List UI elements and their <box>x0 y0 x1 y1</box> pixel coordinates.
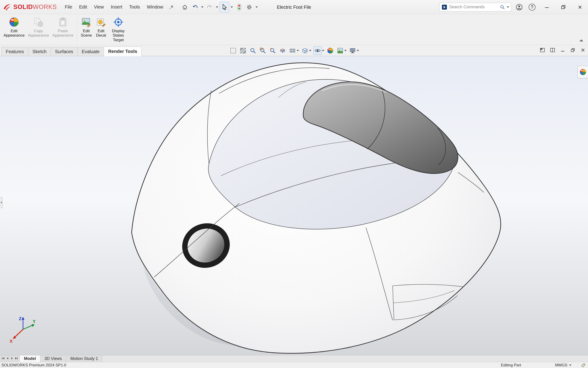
copy-appearance-label: Copy Appearance <box>27 29 50 38</box>
triad-x-label: X <box>10 339 13 344</box>
float-window-icon <box>540 47 545 53</box>
undo-button[interactable] <box>190 2 200 12</box>
tile-window-icon <box>550 47 555 53</box>
tile-window-button[interactable] <box>550 47 555 54</box>
editing-mode-text: Editing Part <box>501 363 521 368</box>
prev-tab-button[interactable] <box>6 356 9 361</box>
view-orientation-icon <box>302 47 308 54</box>
quick-tips-icon[interactable] <box>581 363 586 368</box>
document-window-controls <box>540 47 586 54</box>
edit-scene-button[interactable]: Edit Scene <box>79 16 94 44</box>
doc-close-button[interactable] <box>580 47 586 54</box>
last-tab-button[interactable] <box>15 356 18 361</box>
window-close-button[interactable]: × <box>573 2 587 13</box>
solidworks-wordmark: SOLIDWORKS <box>13 3 57 10</box>
home-button[interactable] <box>180 2 190 12</box>
select-tool-button[interactable] <box>220 2 229 12</box>
tab-sketch[interactable]: Sketch <box>28 47 51 56</box>
camera-view-chevron-icon[interactable] <box>297 50 299 51</box>
doc-tab-motion-study-1[interactable]: Motion Study 1 <box>66 355 102 362</box>
redo-dropdown-chevron-icon[interactable] <box>215 2 219 12</box>
foot-file-model[interactable] <box>0 56 588 355</box>
tab-features[interactable]: Features <box>1 47 28 56</box>
previous-view-button[interactable] <box>269 46 277 55</box>
appearance-sphere-icon <box>9 17 19 27</box>
render-region-button[interactable] <box>239 46 247 55</box>
help-button[interactable]: ? <box>527 2 537 12</box>
selection-filter-icon[interactable] <box>234 2 244 12</box>
feature-pane-collapse-handle[interactable] <box>0 197 2 208</box>
command-tabs: Features Sketch Surfaces Evaluate Render… <box>1 46 141 56</box>
menu-tools[interactable]: Tools <box>126 0 143 14</box>
doc-tab-model[interactable]: Model <box>20 355 40 362</box>
camera-view-button[interactable] <box>289 46 296 55</box>
doc-restore-button[interactable] <box>570 47 576 54</box>
hide-show-items-chevron-icon[interactable] <box>322 50 324 51</box>
section-view-icon <box>279 47 286 54</box>
view-settings-chevron-icon[interactable] <box>357 50 359 51</box>
first-tab-button[interactable] <box>1 356 5 361</box>
display-states-target-icon <box>113 17 123 27</box>
search-dropdown-chevron-icon[interactable] <box>507 6 509 8</box>
render-region-icon <box>240 47 246 54</box>
preview-window-icon <box>230 47 236 54</box>
zoom-to-fit-icon <box>250 47 256 54</box>
paste-appearance-button[interactable]: Paste Appearance <box>51 16 75 44</box>
window-minimize-button[interactable]: – <box>540 2 553 13</box>
tab-evaluate[interactable]: Evaluate <box>77 47 104 56</box>
view-settings-button[interactable] <box>349 46 357 55</box>
doc-minimize-button[interactable] <box>560 47 565 54</box>
document-tab-bar: Model 3D Views Motion Study 1 <box>0 355 588 362</box>
collapse-left-icon <box>0 201 2 204</box>
menu-insert[interactable]: Insert <box>107 0 126 14</box>
doc-minimize-icon <box>560 47 565 53</box>
edit-decal-button[interactable]: Edit Decal <box>94 16 108 44</box>
search-input[interactable] <box>449 5 498 9</box>
preview-window-button[interactable] <box>229 46 237 55</box>
hide-show-items-button[interactable] <box>313 46 322 55</box>
select-dropdown-chevron-icon[interactable] <box>230 2 234 12</box>
pin-menu-icon[interactable] <box>167 2 176 12</box>
view-orientation-button[interactable] <box>301 46 309 55</box>
edit-decal-label: Edit Decal <box>95 29 108 38</box>
unit-system-label: MMGS <box>555 363 567 368</box>
section-view-button[interactable] <box>279 46 286 55</box>
copy-appearance-button[interactable]: Copy Appearance <box>26 16 51 44</box>
menu-view[interactable]: View <box>91 0 107 14</box>
options-dropdown-chevron-icon[interactable] <box>255 2 259 12</box>
float-window-button[interactable] <box>540 47 545 54</box>
zoom-to-area-button[interactable] <box>259 46 267 55</box>
eye-icon <box>314 47 321 54</box>
apply-scene-chevron-icon[interactable] <box>344 50 347 51</box>
view-orientation-chevron-icon[interactable] <box>309 50 311 51</box>
apply-scene-button[interactable] <box>336 46 344 55</box>
window-restore-button[interactable] <box>557 2 570 13</box>
next-tab-button[interactable] <box>10 356 14 361</box>
search-commands-box[interactable] <box>439 3 511 11</box>
titlebar-right-cluster: ? – × <box>439 2 588 13</box>
previous-view-icon <box>269 47 276 54</box>
task-pane-appearances-tab[interactable] <box>578 66 588 78</box>
menu-file[interactable]: File <box>61 0 76 14</box>
doc-restore-icon <box>570 47 576 53</box>
display-states-target-button[interactable]: Display States Target <box>108 16 128 44</box>
tab-surfaces[interactable]: Surfaces <box>51 47 78 56</box>
options-gear-button[interactable] <box>244 2 254 12</box>
edit-appearance-headsup-button[interactable] <box>326 46 334 55</box>
unit-system-selector[interactable]: MMGS <box>555 363 571 368</box>
tab-render-tools[interactable]: Render Tools <box>104 46 142 56</box>
search-icon[interactable] <box>500 5 505 10</box>
menu-edit[interactable]: Edit <box>76 0 91 14</box>
ribbon-collapse-button[interactable] <box>578 38 584 43</box>
graphics-area[interactable]: Z Y X <box>0 56 588 355</box>
paste-appearance-icon <box>58 17 68 27</box>
undo-dropdown-chevron-icon[interactable] <box>200 2 204 12</box>
redo-button[interactable] <box>205 2 214 12</box>
menu-window[interactable]: Window <box>143 0 167 14</box>
zoom-to-fit-button[interactable] <box>249 46 257 55</box>
doc-tab-3d-views[interactable]: 3D Views <box>40 355 66 362</box>
account-button[interactable] <box>514 2 524 12</box>
appearances-sphere-icon <box>579 69 586 75</box>
edit-appearance-button[interactable]: Edit Appearance <box>2 16 26 44</box>
search-scope-icon[interactable] <box>441 4 447 10</box>
